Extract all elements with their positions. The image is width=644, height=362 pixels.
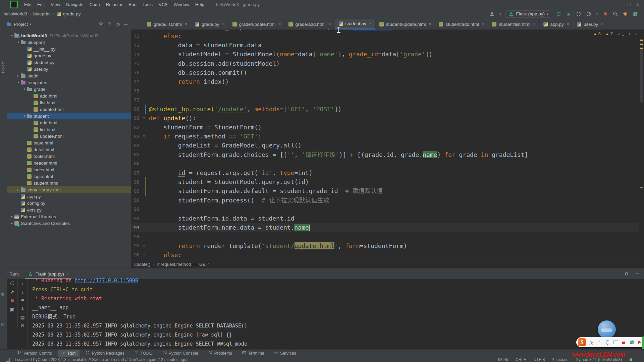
code-line-74[interactable]: 74 studentModel = StudentModel(name=data…: [131, 50, 639, 59]
tree-item-footer-html[interactable]: footer.html: [7, 153, 131, 160]
tab-close-icon[interactable]: ×: [278, 22, 281, 26]
chevron-closed-icon[interactable]: ▸: [9, 222, 14, 225]
profiler-button[interactable]: [586, 11, 591, 17]
console-link[interactable]: http://127.0.0.1:5000: [74, 278, 138, 284]
next-problem-icon[interactable]: ∨: [635, 32, 638, 36]
punctuation-icon[interactable]: ”: [597, 340, 602, 345]
tree-item-student[interactable]: ▾student: [7, 113, 131, 119]
run-config-selector[interactable]: Flask (app.py) ▾: [505, 10, 551, 18]
stop-button[interactable]: [602, 11, 608, 17]
tree-item-blueprint[interactable]: ▾blueprint: [7, 39, 131, 46]
chevron-closed-icon[interactable]: ▸: [9, 215, 14, 218]
toolwindow-button-python-packages[interactable]: Python Packages: [82, 350, 128, 357]
tree-item-student-py[interactable]: student.py: [7, 59, 131, 66]
menu-item-code[interactable]: Code: [87, 2, 103, 7]
minimize-icon[interactable]: –: [619, 2, 622, 7]
breadcrumb-method[interactable]: update(): [134, 262, 150, 267]
tab-grade-update-html[interactable]: grade/update.html×: [229, 19, 285, 29]
code-line-93[interactable]: 93 studentForm.name.data = student.name: [131, 223, 639, 232]
tab-student-add-html[interactable]: student/add.html×: [435, 19, 488, 29]
chevron-open-icon[interactable]: ▾: [9, 34, 14, 37]
code-line-85[interactable]: 85 studentForm.grade.choices = [('', '请选…: [131, 150, 639, 159]
gear-icon[interactable]: ⚙: [625, 271, 629, 277]
tab-grade-add-html[interactable]: grade/add.html×: [285, 19, 335, 29]
chevron-closed-icon[interactable]: ▸: [16, 188, 21, 191]
code-line-90[interactable]: 90 studentForm.process() # 让下拉实现默认值生效: [131, 196, 639, 205]
status-item-crlf[interactable]: CRLF: [516, 357, 526, 362]
status-icon[interactable]: [6, 358, 10, 362]
tab-close-icon[interactable]: ×: [533, 22, 536, 26]
chevron-closed-icon[interactable]: ▸: [16, 74, 21, 77]
tree-item-app-py[interactable]: app.py: [7, 193, 131, 200]
tab-close-icon[interactable]: ×: [601, 22, 603, 26]
tree-item-exts-py[interactable]: exts.py: [7, 206, 131, 213]
code-line-86[interactable]: 86: [131, 159, 639, 168]
inspections-widget[interactable]: ▲ 3 ▲ 7 ✓ 1 ∧ ∨: [593, 31, 638, 37]
tab-close-icon[interactable]: ×: [369, 21, 372, 26]
tree-item-helloworld3[interactable]: ▾helloWorld3D:\FlaskPro\helloWorld3: [7, 32, 131, 39]
status-message[interactable]: Localized PyCharm 2023.1.3 is available …: [15, 357, 187, 362]
down-stack-trace-icon[interactable]: ↓: [21, 289, 24, 295]
tab-app-py[interactable]: app.py×: [540, 19, 573, 29]
toolwindow-button-problems[interactable]: Problems: [204, 350, 236, 357]
project-panel-title[interactable]: Project: [14, 22, 28, 27]
tree-item-login-html[interactable]: login.html: [7, 173, 131, 180]
floating-bubble[interactable]: [598, 320, 616, 339]
fold-icon[interactable]: ▾: [140, 34, 148, 38]
tab-grade-py[interactable]: grade.py×: [191, 19, 229, 29]
tab-user-py[interactable]: user.py×: [573, 19, 608, 29]
status-item-4-spaces[interactable]: 4 spaces: [552, 357, 568, 362]
tab-student-py[interactable]: student.py×: [335, 19, 376, 29]
menu-item-navigate[interactable]: Navigate: [63, 2, 86, 7]
soft-wrap-icon[interactable]: ≡: [21, 298, 24, 303]
tree-item-config-py[interactable]: config.py: [7, 200, 131, 206]
rerun-icon[interactable]: [10, 281, 15, 287]
code-line-82[interactable]: 82 studentForm = StudentForm(): [131, 123, 639, 132]
code-line-72[interactable]: 72▾ else:: [131, 32, 639, 41]
code-editor[interactable]: return render_template('student/add.html…: [131, 29, 639, 260]
chevron-down-icon[interactable]: ▾: [30, 22, 32, 26]
close-icon[interactable]: ✕: [636, 2, 639, 7]
chevron-open-icon[interactable]: ▾: [22, 87, 27, 91]
tree-item-header-html[interactable]: header.html: [7, 160, 131, 166]
prev-problem-icon[interactable]: ∧: [629, 32, 631, 36]
tree-item-update-html[interactable]: update.html: [7, 133, 131, 139]
print-icon[interactable]: ▤: [20, 314, 24, 320]
code-line-81[interactable]: 81⊟def update():: [131, 114, 639, 123]
chevron-open-icon[interactable]: ▾: [16, 41, 21, 44]
collapse-all-icon[interactable]: [107, 21, 112, 27]
clear-console-icon[interactable]: ⊘: [20, 323, 24, 328]
toolwindow-button-todo[interactable]: TODO: [130, 350, 157, 357]
code-line-84[interactable]: 84 gradeList = GradeModel.query.all(): [131, 141, 639, 150]
code-line-76[interactable]: 76 db.session.commit(): [131, 68, 639, 77]
code-line-87[interactable]: 87 id = request.args.get('id', type=int): [131, 168, 639, 177]
gear-icon[interactable]: ⚙: [116, 22, 120, 27]
chevron-open-icon[interactable]: ▾: [16, 81, 21, 84]
toolwindow-button-run[interactable]: Run: [58, 350, 79, 357]
maximize-icon[interactable]: ❐: [627, 2, 631, 7]
menu-item-window[interactable]: Window: [171, 2, 192, 7]
tree-item-add-html[interactable]: add.html: [7, 93, 131, 99]
tab-close-icon[interactable]: ×: [567, 22, 569, 26]
scroll-to-end-icon[interactable]: ↧: [20, 306, 24, 311]
code-line-88[interactable]: 88 student = StudentModel.query.get(id): [131, 177, 639, 186]
project-stripe-label[interactable]: Project: [1, 62, 5, 73]
tab-close-icon[interactable]: ×: [482, 22, 484, 26]
tree-item-external-libraries[interactable]: ▸External Libraries: [7, 213, 131, 220]
code-line-96[interactable]: 96○ else:: [131, 250, 639, 259]
tree-item-list-html[interactable]: list.html: [7, 126, 131, 133]
tab-close-icon[interactable]: ×: [66, 272, 69, 276]
search-everywhere-icon[interactable]: [612, 11, 618, 17]
menu-item-edit[interactable]: Edit: [34, 2, 48, 7]
plugin-gem-icon[interactable]: [623, 11, 628, 17]
menu-item-file[interactable]: File: [21, 2, 34, 7]
toolbox-icon[interactable]: [629, 340, 634, 345]
skin-icon[interactable]: [621, 340, 626, 345]
tab-close-icon[interactable]: ×: [222, 22, 225, 26]
code-line-83[interactable]: 83⊟ if request.method == 'GET':: [131, 132, 639, 141]
fold-icon[interactable]: ○: [140, 253, 148, 257]
tree-item-grade[interactable]: ▾grade: [7, 86, 131, 93]
lock-icon[interactable]: [629, 357, 633, 362]
ime-toolbar[interactable]: S 英 ”: [576, 337, 644, 347]
code-line-77[interactable]: 77 return index(): [131, 77, 639, 86]
